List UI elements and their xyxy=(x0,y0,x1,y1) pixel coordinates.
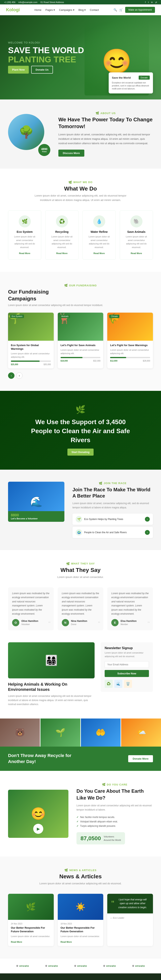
email-info: info@example.com xyxy=(19,1,37,3)
discuss-more-button[interactable]: Discuss More xyxy=(58,150,84,157)
popup-card-title: Save the World xyxy=(112,76,131,79)
author-role-0: Volunteer xyxy=(21,623,30,625)
news-grid: 🌿 24 Nov 2023 Our Better Responsible For… xyxy=(8,894,153,946)
newsletter-email-input[interactable] xyxy=(105,661,149,668)
donate-us-button[interactable]: Donate Us xyxy=(31,66,53,73)
news-link-1[interactable]: Read More xyxy=(61,941,72,943)
author-info-1: Nina Hamilton Donor xyxy=(71,620,87,626)
animals-title: Save Animals xyxy=(123,230,150,234)
campaign-desc-2: Lorem ipsum dolor sit amet consectetur a… xyxy=(110,348,150,355)
support-banner-title: We Use the Support of 3,4500 People to C… xyxy=(30,417,131,444)
testimonials-grid: Lorem ipsum was motivated by the ecology… xyxy=(8,587,153,630)
care-title: Do You Care About The Earth Like We Do? xyxy=(76,788,153,801)
fundraising-title: Our Fundraising Campaigns xyxy=(8,289,58,302)
campaign-title-2: Let's Fight for Save Warmings xyxy=(110,344,150,347)
top-bar-right: f t in yt xyxy=(145,1,157,3)
water-title: Water Refine xyxy=(86,230,112,234)
race-item-arrow-1[interactable]: › xyxy=(145,530,150,535)
donate-more-button[interactable]: Donate More xyxy=(128,755,153,762)
what-we-do-desc: Lorem ipsum dolor sit amet, consectetur … xyxy=(30,194,131,202)
race-items: 🌱 Eco System Helps by Planting Trees › 🌍… xyxy=(72,514,153,538)
testimonial-text-2: Lorem ipsum was motivated by the ecology… xyxy=(111,591,149,616)
progress-fill-2 xyxy=(110,357,126,358)
news-meta-1: 18 Nov 2023 xyxy=(61,923,101,925)
race-badge: 8800 Let's Become a Volunteer xyxy=(8,511,64,522)
goal-2: $28,000 xyxy=(143,360,150,362)
partner-4: ⊕ envato xyxy=(132,964,145,967)
news-link-0[interactable]: Read More xyxy=(11,941,22,943)
race-item-icon-0: 🌱 xyxy=(76,516,82,522)
social-linkedin[interactable]: in xyxy=(151,1,153,3)
next-campaign-button[interactable]: › xyxy=(16,372,23,379)
tree-icon: 🌳 xyxy=(19,125,34,139)
partner-0: ⊕ envato xyxy=(16,964,29,967)
news-section: News & Articles News & Articles Lorem ip… xyxy=(0,856,161,958)
goal-1: $32,000 xyxy=(93,360,100,362)
helping-image: 👨‍👩‍👧‍👦 xyxy=(8,642,95,678)
nav-home[interactable]: Home xyxy=(34,8,42,11)
social-youtube[interactable]: yt xyxy=(155,1,157,3)
campaign-card-0: Eco System 🌱 Eco System for Global Warmi… xyxy=(8,313,54,368)
fundraising-header: Our Fundraising Our Fundraising Campaign… xyxy=(8,284,153,307)
play-button[interactable]: ▶ xyxy=(33,824,43,834)
campaign-desc-0: Lorem ipsum dolor sit amet consectetur a… xyxy=(11,352,51,358)
quote-icon-0: " xyxy=(48,620,50,627)
appointment-button[interactable]: Make an Appointment xyxy=(125,7,155,13)
news-title-1: Our Better Responsible For Future Genera… xyxy=(61,926,101,933)
green-section-title: We Have The Power Today To Change Tomorr… xyxy=(58,116,153,130)
hero-popup-card: Save the World Donate Excepteur sint occ… xyxy=(109,72,153,94)
cart-icon[interactable]: 🛒 xyxy=(119,8,123,11)
what-we-do-label: What We Do xyxy=(8,181,153,184)
testimonial-2: Lorem ipsum was motivated by the ecology… xyxy=(107,587,153,630)
progress-bar-1 xyxy=(61,357,101,358)
search-icon[interactable]: 🔍 xyxy=(114,8,117,11)
gallery-item-2: 🤲 xyxy=(81,719,121,746)
popup-donate-button[interactable]: Donate xyxy=(138,76,150,80)
top-bar: +1 (00) 456 info@example.com 01 Road Str… xyxy=(0,0,161,5)
news-title-0: Our Better Responsible For Future Genera… xyxy=(11,926,51,933)
nav-contact[interactable]: Contact xyxy=(90,8,99,11)
race-section: 🌊 8800 Let's Become a Volunteer Join The… xyxy=(0,469,161,550)
news-quote-icon: " xyxy=(111,899,114,908)
raised-2: $12,000 xyxy=(110,360,118,362)
social-facebook[interactable]: f xyxy=(145,1,146,3)
campaigns-grid: Eco System 🌱 Eco System for Global Warmi… xyxy=(8,313,153,368)
campaign-meta-2: $12,000 $28,000 xyxy=(110,360,150,362)
raised-1: $18,000 xyxy=(61,360,68,362)
hero-buttons: Plant Now Donate Us xyxy=(8,66,84,73)
what-we-do-section: What We Do What We Do Lorem ipsum dolor … xyxy=(0,169,161,272)
prev-campaign-button[interactable]: ‹ xyxy=(8,372,14,379)
nav-blog[interactable]: Blog ▾ xyxy=(79,8,86,11)
eco-link[interactable]: Read More xyxy=(19,252,30,255)
news-body-1: 18 Nov 2023 Our Better Responsible For F… xyxy=(58,920,103,946)
newsletter-subscribe-button[interactable]: Subscribe Now xyxy=(105,670,149,677)
start-donating-button[interactable]: Start Donating xyxy=(68,449,93,456)
recycle-icon-green: ♻️ xyxy=(105,680,113,688)
campaign-meta-0: $25,000 $35,000 xyxy=(11,363,51,366)
green-section-desc: Lorem ipsum dolor sit amet, consectetur … xyxy=(58,132,153,146)
recycling-link[interactable]: Read More xyxy=(56,252,68,255)
race-item-left-0: 🌱 Eco System Helps by Planting Trees xyxy=(76,516,123,522)
race-item-arrow-0[interactable]: › xyxy=(145,517,150,522)
animals-link[interactable]: Read More xyxy=(130,252,142,255)
what-we-do-title: What We Do xyxy=(8,186,153,192)
nav-pages[interactable]: Pages ▾ xyxy=(45,8,55,11)
helping-section: 👨‍👩‍👧‍👦 Helping Animals & Working On Env… xyxy=(8,642,95,706)
news-img-1: ☀️ xyxy=(58,894,103,920)
social-twitter[interactable]: t xyxy=(148,1,149,3)
testimonials-title: What They Say xyxy=(8,567,153,573)
campaign-card-1: Animals 🦌 Let's Fight for Save Animals L… xyxy=(58,313,103,368)
care-image: 😊 ▶ xyxy=(8,790,68,838)
campaign-body-2: Let's Fight for Save Warmings Lorem ipsu… xyxy=(107,341,153,365)
water-link[interactable]: Read More xyxy=(93,252,105,255)
plant-now-button[interactable]: Plant Now xyxy=(8,66,29,73)
eco-title: Eco System xyxy=(11,230,38,234)
author-info-2: Elsa Hamilton Member xyxy=(121,620,137,626)
nav-campaigns[interactable]: Campaigns ▾ xyxy=(59,8,74,11)
testimonial-author-0: O Olive Hamilton Volunteer xyxy=(12,619,50,626)
race-content: Join The Race Join The Race To Make The … xyxy=(72,482,153,538)
quote-icon-2: " xyxy=(148,620,150,627)
campaign-card-2: Climate 🌾 Let's Fight for Save Warmings … xyxy=(107,313,153,368)
partner-3: ⊕ envato xyxy=(103,964,116,967)
green-circle-wrap: 🌳 4890 Trees xyxy=(8,114,48,154)
